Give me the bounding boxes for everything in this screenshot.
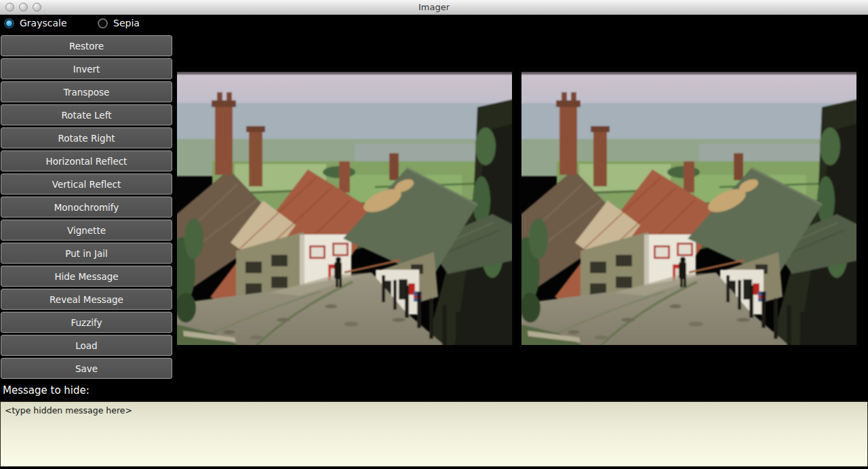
radio-unselected-icon[interactable]	[98, 18, 108, 28]
rotate-right-button[interactable]: Rotate Right	[1, 127, 172, 148]
window-title: Imager	[0, 0, 868, 14]
horizontal-reflect-button[interactable]: Horizontal Reflect	[1, 150, 172, 171]
put-in-jail-button[interactable]: Put in Jail	[1, 243, 172, 264]
radio-grayscale[interactable]: Grayscale	[4, 18, 67, 28]
radio-sepia[interactable]: Sepia	[98, 18, 140, 28]
invert-button[interactable]: Invert	[1, 58, 172, 79]
restore-button[interactable]: Restore	[1, 35, 172, 56]
vignette-button[interactable]: Vignette	[1, 220, 172, 241]
titlebar: Imager	[0, 0, 868, 15]
image-panel-left	[175, 68, 514, 347]
image-panel-right	[519, 68, 859, 347]
reveal-message-button[interactable]: Reveal Message	[1, 289, 172, 310]
transpose-button[interactable]: Transpose	[1, 81, 172, 102]
rotate-left-button[interactable]: Rotate Left	[1, 104, 172, 125]
radio-selected-icon[interactable]	[4, 18, 14, 28]
monochromify-button[interactable]: Monochromify	[1, 197, 172, 218]
action-button-column: Restore Invert Transpose Rotate Left Rot…	[1, 35, 173, 381]
radio-sepia-label: Sepia	[113, 18, 140, 28]
vertical-reflect-button[interactable]: Vertical Reflect	[1, 174, 172, 195]
hide-message-button[interactable]: Hide Message	[1, 266, 172, 287]
load-button[interactable]: Load	[1, 335, 172, 356]
message-to-hide-label: Message to hide:	[3, 384, 90, 396]
radio-grayscale-label: Grayscale	[20, 18, 67, 28]
save-button[interactable]: Save	[1, 358, 172, 379]
fuzzify-button[interactable]: Fuzzify	[1, 312, 172, 333]
hidden-message-input[interactable]: <type hidden message here>	[0, 401, 868, 467]
mode-selector: Grayscale Sepia	[0, 16, 868, 34]
